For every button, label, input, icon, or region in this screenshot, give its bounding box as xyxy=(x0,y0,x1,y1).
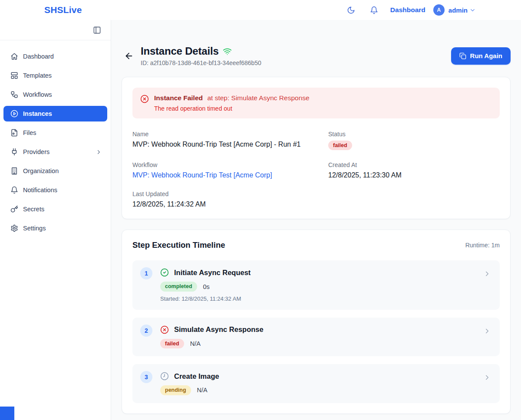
step-number: 3 xyxy=(140,371,152,383)
sidebar-item-label: Settings xyxy=(23,225,46,232)
instance-fields: Name MVP: Webhook Round-Trip Test [Acme … xyxy=(132,131,500,208)
sidebar-item-label: Secrets xyxy=(23,206,44,213)
step-started: Started: 12/8/2025, 11:24:32 AM xyxy=(160,295,251,302)
chevron-down-icon[interactable] xyxy=(469,7,476,13)
instance-details-card: Instance Failed at step: Simulate Async … xyxy=(122,77,511,219)
step-number: 2 xyxy=(140,325,152,337)
sidebar-item-secrets[interactable]: Secrets xyxy=(3,201,107,217)
app-logo: SHSLive xyxy=(44,5,82,15)
timeline-title: Step Execution Timeline xyxy=(132,240,225,250)
field-name: Name MVP: Webhook Round-Trip Test [Acme … xyxy=(132,131,328,150)
file-icon xyxy=(10,129,18,137)
page-title: Instance Details xyxy=(141,45,219,57)
sidebar-header xyxy=(0,20,111,40)
field-workflow: Workflow MVP: Webhook Round-Trip Test [A… xyxy=(132,161,328,179)
key-icon xyxy=(10,205,18,213)
gear-icon xyxy=(10,224,18,232)
workflow-link[interactable]: MVP: Webhook Round-Trip Test [Acme Corp] xyxy=(132,171,272,179)
step-name: Initiate Async Request xyxy=(174,269,251,277)
page-header: Instance Details ID: a2f10b78-13d8-461e-… xyxy=(122,45,511,66)
field-label: Status xyxy=(328,131,500,138)
field-last-updated: Last Updated 12/8/2025, 11:24:32 AM xyxy=(132,190,328,208)
sidebar-item-label: Dashboard xyxy=(23,53,54,60)
step-row-2[interactable]: 2 Simulate Async Response failed N/A xyxy=(132,318,500,356)
steps-list: 1 Initiate Async Request completed 0s St… xyxy=(132,260,500,403)
topbar-actions: Dashboard A admin xyxy=(345,4,476,16)
dev-indicator[interactable] xyxy=(0,407,14,420)
field-label: Created At xyxy=(328,161,500,168)
sidebar-item-label: Notifications xyxy=(23,187,57,194)
sidebar-item-dashboard[interactable]: Dashboard xyxy=(3,49,107,64)
home-icon xyxy=(10,52,18,60)
play-circle-icon xyxy=(10,110,18,118)
field-label: Name xyxy=(132,131,328,138)
moon-icon xyxy=(347,6,355,14)
step-number: 1 xyxy=(140,267,152,279)
created-at-value: 12/8/2025, 11:23:30 AM xyxy=(328,171,500,179)
workflow-nodes-icon xyxy=(10,91,18,98)
sidebar-item-workflows[interactable]: Workflows xyxy=(3,87,107,102)
top-header: SHSLive Dashboard A admin xyxy=(0,0,521,20)
step-duration: N/A xyxy=(197,387,208,394)
sidebar: Dashboard Templates Workflows Instances xyxy=(0,20,111,420)
status-badge: failed xyxy=(328,141,352,150)
arrow-left-icon xyxy=(124,51,134,61)
sidebar-item-instances[interactable]: Instances xyxy=(3,106,107,121)
step-row-1[interactable]: 1 Initiate Async Request completed 0s St… xyxy=(132,260,500,309)
step-status-badge: pending xyxy=(160,385,191,395)
chevron-right-icon[interactable] xyxy=(483,374,491,381)
sidebar-item-files[interactable]: Files xyxy=(3,125,107,141)
bell-icon xyxy=(10,186,18,194)
copy-icon xyxy=(459,52,466,59)
alert-message: The read operation timed out xyxy=(154,105,310,112)
step-status-badge: failed xyxy=(160,339,184,348)
sidebar-nav: Dashboard Templates Workflows Instances xyxy=(0,40,111,236)
sidebar-item-organization[interactable]: Organization xyxy=(3,163,107,179)
sidebar-item-providers[interactable]: Providers xyxy=(3,144,107,160)
sidebar-item-templates[interactable]: Templates xyxy=(3,68,107,83)
avatar[interactable]: A xyxy=(433,4,445,16)
instance-name-value: MVP: Webhook Round-Trip Test [Acme Corp]… xyxy=(132,141,328,148)
clock-icon xyxy=(160,372,169,381)
sidebar-collapse-button[interactable] xyxy=(91,24,103,36)
x-circle-icon xyxy=(160,325,169,334)
step-name: Create Image xyxy=(174,372,219,381)
bell-icon xyxy=(370,6,378,14)
chevron-right-icon[interactable] xyxy=(483,270,491,278)
step-duration: 0s xyxy=(203,283,210,290)
wifi-live-icon xyxy=(223,47,232,56)
notifications-button[interactable] xyxy=(368,4,380,16)
instance-id: ID: a2f10b78-13d8-461e-bf13-34eeef686b50 xyxy=(141,59,261,66)
chevron-right-icon xyxy=(96,149,102,155)
x-circle-icon xyxy=(140,95,149,112)
field-status: Status failed xyxy=(328,131,500,150)
back-button[interactable] xyxy=(122,49,136,63)
chevron-right-icon[interactable] xyxy=(483,327,491,335)
step-status-badge: completed xyxy=(160,282,197,291)
check-circle-icon xyxy=(160,268,169,277)
sidebar-item-label: Providers xyxy=(23,148,49,155)
dashboard-link[interactable]: Dashboard xyxy=(390,6,425,14)
building-icon xyxy=(10,167,18,175)
step-duration: N/A xyxy=(190,340,201,347)
plug-icon xyxy=(10,148,18,156)
last-updated-value: 12/8/2025, 11:24:32 AM xyxy=(132,200,328,208)
sidebar-item-label: Files xyxy=(23,129,36,136)
alert-title: Instance Failed xyxy=(154,94,203,102)
panel-left-icon xyxy=(93,26,101,34)
alert-subtitle: at step: Simulate Async Response xyxy=(207,94,309,102)
user-menu[interactable]: admin xyxy=(448,7,468,14)
sidebar-item-label: Workflows xyxy=(23,91,52,98)
sidebar-item-settings[interactable]: Settings xyxy=(3,220,107,236)
sidebar-item-notifications[interactable]: Notifications xyxy=(3,182,107,198)
run-again-button[interactable]: Run Again xyxy=(451,47,511,65)
step-timeline-card: Step Execution Timeline Runtime: 1m 1 In… xyxy=(122,230,511,413)
sidebar-item-label: Instances xyxy=(23,110,52,117)
dark-mode-toggle[interactable] xyxy=(345,4,357,16)
field-created-at: Created At 12/8/2025, 11:23:30 AM xyxy=(328,161,500,179)
field-label: Workflow xyxy=(132,161,328,168)
runtime-label: Runtime: 1m xyxy=(465,242,500,249)
step-row-3[interactable]: 3 Create Image pending N/A xyxy=(132,364,500,403)
main-content: Instance Details ID: a2f10b78-13d8-461e-… xyxy=(111,20,521,420)
layout-panels-icon xyxy=(10,72,18,79)
